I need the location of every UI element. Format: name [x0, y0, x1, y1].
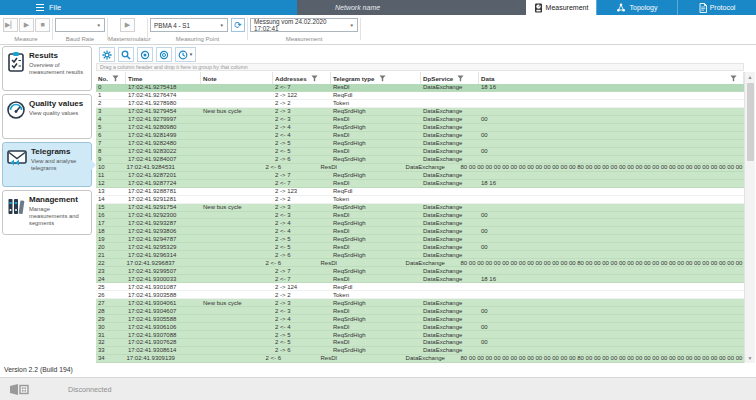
table-row[interactable]: 1717:02:41.92932872 -> 4ReqSrdHighDataEx…	[96, 219, 744, 227]
network-name: Network name	[335, 0, 380, 15]
table-row[interactable]: 2717:02:41.9304061New bus cycle2 -> 3Req…	[96, 299, 744, 307]
table-row[interactable]: 1517:02:41.9291754New bus cycle2 -> 3Req…	[96, 204, 744, 212]
table-row[interactable]: 2417:02:41.93000332 <- 7ResDlDataExchang…	[96, 275, 744, 283]
sidebar-item-results[interactable]: Results Overview of measurement results	[2, 46, 92, 91]
locate-response-button[interactable]	[156, 47, 172, 62]
table-row[interactable]: 2517:02:41.93010872 -> 124ReqFdl	[96, 283, 744, 291]
table-row[interactable]: 3017:02:41.93061062 <- 4ResDlDataExchang…	[96, 323, 744, 331]
tab-measurement[interactable]: Measurement	[526, 0, 596, 15]
sidebar-item-telegrams[interactable]: Telegrams View and analyse telegrams	[2, 142, 92, 187]
sidebar-item-subtitle: View quality values	[29, 110, 83, 117]
scroll-down-arrow[interactable]: ▼	[745, 353, 755, 363]
file-menu-label: File	[49, 3, 61, 12]
table-row[interactable]: 317:02:41.9279454New bus cycle2 -> 3ReqS…	[96, 108, 744, 116]
table-row[interactable]: 717:02:41.92824802 -> 5ReqSrdHighDataExc…	[96, 140, 744, 148]
table-row[interactable]: 1617:02:41.92923002 <- 3ResDlDataExchang…	[96, 212, 744, 220]
cell-t: 17:02:41.9278980	[126, 100, 201, 106]
cell-a: 2 <- 6	[264, 260, 319, 266]
scroll-up-arrow[interactable]: ▲	[745, 72, 755, 82]
table-row[interactable]: 617:02:41.92814992 <- 4ResDlDataExchange…	[96, 132, 744, 140]
table-row[interactable]: 1417:02:41.92912812 -> 2Token	[96, 196, 744, 204]
cell-n: 7	[96, 140, 126, 146]
cell-ty: ResDl	[331, 244, 421, 250]
cell-da: 00	[479, 308, 744, 314]
table-row[interactable]: 1217:02:41.92877242 <- 7ResDlDataExchang…	[96, 180, 744, 188]
cell-dp: DataExchange	[421, 148, 479, 154]
play-to-button[interactable]: ▶▏	[3, 18, 18, 32]
column-header-data[interactable]: Data	[479, 72, 744, 84]
hamburger-icon[interactable]	[36, 4, 44, 11]
mastersimulator-play-button[interactable]: ▶	[120, 18, 135, 32]
filter-icon[interactable]	[112, 75, 119, 82]
table-row[interactable]: 1117:02:41.92872012 -> 7ReqSrdHighDataEx…	[96, 172, 744, 180]
table-row[interactable]: 517:02:41.92809802 -> 4ReqSrdHighDataExc…	[96, 124, 744, 132]
table-row[interactable]: 3217:02:41.93076282 <- 5ResDlDataExchang…	[96, 339, 744, 347]
cell-t: 17:02:41.9293806	[126, 228, 201, 234]
table-row[interactable]: 417:02:41.92799972 <- 3ResDlDataExchange…	[96, 116, 744, 124]
table-row[interactable]: 2317:02:41.92995072 -> 7ReqSrdHighDataEx…	[96, 267, 744, 275]
play-icon: ▶	[24, 21, 29, 28]
column-header-addresses[interactable]: Addresses	[273, 72, 331, 84]
file-menu[interactable]: File	[0, 0, 297, 15]
column-header-telegram-type[interactable]: Telegram type	[331, 72, 421, 84]
table-row[interactable]: 217:02:41.92789802 -> 2Token	[96, 100, 744, 108]
search-button[interactable]	[118, 47, 134, 62]
table-row[interactable]: 017:02:41.92754182 <- 7ResDlDataExchange…	[96, 84, 744, 92]
table-row[interactable]: 2217:02:41.92968372 <- 6ResDlDataExchang…	[96, 259, 744, 267]
table-row[interactable]: 1917:02:41.92947872 -> 5ReqSrdHighDataEx…	[96, 235, 744, 243]
sidebar-item-quality-values[interactable]: Quality values View quality values	[2, 94, 92, 139]
mastersimulator-group: ▶ Mastersimulator	[108, 15, 147, 43]
table-row[interactable]: 2617:02:41.93035882 -> 2Token	[96, 291, 744, 299]
tab-topology[interactable]: Topology	[596, 0, 677, 15]
table-row[interactable]: 2917:02:41.93055882 -> 4ReqSrdHighDataEx…	[96, 315, 744, 323]
play-button[interactable]: ▶	[19, 18, 34, 32]
table-row[interactable]: 1817:02:41.92938062 <- 4ResDlDataExchang…	[96, 227, 744, 235]
table-row[interactable]: 3117:02:41.93070882 -> 5ReqSrdHighDataEx…	[96, 331, 744, 339]
cell-t: 17:02:41.9287724	[126, 180, 201, 186]
cell-n: 15	[96, 204, 126, 210]
cell-a: 2 -> 124	[273, 284, 331, 290]
column-header-time[interactable]: Time	[126, 72, 201, 84]
scrollbar-thumb[interactable]	[747, 83, 754, 161]
time-range-button[interactable]: ▼	[175, 47, 196, 62]
table-row[interactable]: 2817:02:41.93046072 <- 3ResDlDataExchang…	[96, 307, 744, 315]
settings-button[interactable]	[99, 47, 115, 62]
cell-ty: ReqSrdHigh	[331, 124, 421, 130]
filter-icon[interactable]	[311, 75, 318, 82]
table-row[interactable]: 817:02:41.92830222 <- 5ResDlDataExchange…	[96, 148, 744, 156]
sidebar-item-subtitle: Overview of measurement results	[29, 62, 89, 76]
table-row[interactable]: 2017:02:41.92953292 <- 5ResDlDataExchang…	[96, 243, 744, 251]
table-row[interactable]: 1017:02:41.92845312 <- 6ResDlDataExchang…	[96, 164, 744, 172]
cell-a: 2 <- 4	[273, 324, 331, 330]
cell-ty: ResDl	[331, 148, 421, 154]
baud-rate-dropdown[interactable]: ▼	[55, 18, 105, 32]
filter-icon[interactable]	[379, 75, 386, 82]
filter-icon[interactable]	[457, 75, 464, 82]
cell-a: 2 -> 4	[273, 220, 331, 226]
sidebar-item-management[interactable]: Management Manage measurements and segme…	[2, 190, 92, 235]
stop-button[interactable]: ■	[35, 18, 50, 32]
locate-request-button[interactable]	[137, 47, 153, 62]
cell-dp: DataExchange	[421, 339, 479, 345]
table-row[interactable]: 1317:02:41.92887812 -> 123ReqFdl	[96, 188, 744, 196]
table-row[interactable]: 117:02:41.92764742 -> 122ReqFdl	[96, 92, 744, 100]
table-row[interactable]: 3317:02:41.93086142 -> 6ReqSrdHighDataEx…	[96, 347, 744, 355]
tab-protocol[interactable]: Protocol	[677, 0, 756, 15]
cell-n: 33	[96, 347, 126, 353]
table-row[interactable]: 917:02:41.92840072 -> 6ReqSrdHighDataExc…	[96, 156, 744, 164]
measuring-point-dropdown[interactable]: PBMA 4 - S1 ▼	[150, 18, 228, 32]
cell-ty: ResDl	[318, 260, 403, 266]
filter-icon[interactable]	[730, 75, 737, 82]
vertical-scrollbar[interactable]: ▲ ▼	[744, 72, 755, 363]
locate-response-icon	[159, 46, 169, 64]
time-range-icon	[178, 46, 188, 64]
refresh-button[interactable]: ⟳	[231, 18, 245, 32]
cell-n: 27	[96, 300, 126, 306]
measurement-dropdown[interactable]: Messung vom 24.02.2020 17:02:41 ▼	[250, 18, 358, 32]
column-header-no[interactable]: No.	[96, 72, 126, 84]
cell-t: 17:02:41.9305588	[126, 316, 201, 322]
table-row[interactable]: 2117:02:41.92963142 -> 6ReqSrdHighDataEx…	[96, 251, 744, 259]
column-header-note[interactable]: Note	[201, 72, 273, 84]
table-row[interactable]: 3417:02:41.93091392 <- 6ResDlDataExchang…	[96, 355, 744, 363]
column-header-dpservice[interactable]: DpService	[421, 72, 479, 84]
